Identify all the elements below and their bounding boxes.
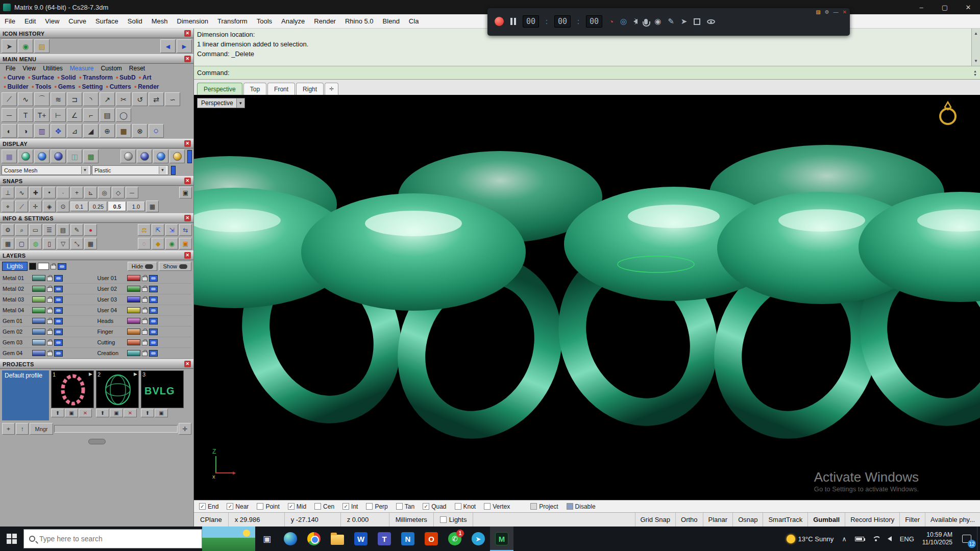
visibility-toggle[interactable] bbox=[149, 307, 158, 314]
visibility-toggle[interactable] bbox=[54, 350, 63, 357]
network-status[interactable] bbox=[868, 527, 884, 551]
osnap-point[interactable]: Point bbox=[257, 503, 279, 510]
taskbar-explorer[interactable] bbox=[326, 527, 349, 551]
visibility-toggle[interactable] bbox=[149, 350, 158, 357]
int-snap-icon[interactable]: + bbox=[70, 187, 83, 198]
task-view-button[interactable]: ▣ bbox=[255, 527, 279, 551]
lights-pane[interactable]: Lights bbox=[434, 513, 474, 527]
mm-surface[interactable]: ●Surface bbox=[26, 74, 55, 81]
record-button[interactable] bbox=[495, 17, 504, 26]
taskbar-telegram[interactable]: ➤ bbox=[467, 527, 490, 551]
ring-icon[interactable]: ◌ bbox=[138, 238, 151, 249]
menu-file[interactable]: File bbox=[0, 14, 20, 28]
lock-icon[interactable] bbox=[47, 309, 53, 313]
language-indicator[interactable]: ENG bbox=[896, 527, 918, 551]
osnap-mid[interactable]: Mid bbox=[288, 503, 306, 510]
show-desktop-button[interactable] bbox=[977, 527, 980, 551]
layer-color-swatch[interactable] bbox=[32, 275, 45, 281]
osnap-quad[interactable]: Quad bbox=[423, 503, 446, 510]
menu-blend[interactable]: Blend bbox=[378, 14, 404, 28]
fullscreen-icon[interactable] bbox=[694, 18, 700, 25]
extrude-tool-icon[interactable]: ⊿ bbox=[67, 124, 82, 138]
sync-icon[interactable]: ⇆ bbox=[179, 224, 192, 236]
mm-art[interactable]: ●Art bbox=[137, 74, 153, 81]
checkbox[interactable] bbox=[366, 503, 373, 510]
layer-row-cutting[interactable]: Cutting bbox=[97, 337, 192, 348]
units-button[interactable]: Millimeters bbox=[389, 513, 434, 527]
close-icon[interactable]: ✕ bbox=[184, 252, 191, 259]
smarttrack-icon[interactable]: ⟋ bbox=[15, 201, 28, 212]
material-gold-icon[interactable] bbox=[169, 149, 185, 163]
menu-mesh[interactable]: Mesh bbox=[147, 14, 173, 28]
lock-icon[interactable] bbox=[142, 309, 148, 313]
tan-snap-icon[interactable]: ◎ bbox=[98, 187, 111, 198]
layer-color-swatch[interactable] bbox=[127, 275, 140, 281]
planar-icon[interactable]: ◈ bbox=[43, 201, 56, 212]
mm-file[interactable]: File bbox=[2, 65, 19, 72]
save-project-icon[interactable]: ▣ bbox=[65, 409, 78, 417]
show-button[interactable]: Show bbox=[159, 262, 191, 271]
angle-tool-icon[interactable]: ∠ bbox=[67, 108, 82, 122]
boolean-tool-icon[interactable]: ⊗ bbox=[132, 124, 148, 138]
taskbar-word[interactable]: W bbox=[349, 527, 373, 551]
checkbox[interactable] bbox=[423, 503, 429, 510]
checkbox[interactable] bbox=[530, 503, 537, 510]
projects-scrollbar[interactable] bbox=[54, 425, 178, 433]
visibility-toggle[interactable] bbox=[149, 339, 158, 346]
link-tool-icon[interactable]: ⊕ bbox=[100, 124, 115, 138]
tab-front[interactable]: Front bbox=[267, 83, 295, 95]
draw-pen-icon[interactable]: ✎ bbox=[668, 17, 674, 26]
menu-edit[interactable]: Edit bbox=[20, 14, 40, 28]
hide-button[interactable]: Hide bbox=[128, 262, 158, 271]
visibility-toggle[interactable] bbox=[149, 275, 158, 282]
taskbar-matrix[interactable]: M bbox=[490, 527, 513, 551]
prompt-spinner[interactable]: ▲▼ bbox=[973, 69, 977, 77]
recorder-minimize-icon[interactable]: — bbox=[834, 9, 839, 15]
mm-solid[interactable]: ●Solid bbox=[56, 74, 78, 81]
ortho-icon[interactable]: ⊙ bbox=[57, 201, 69, 212]
mm-builder[interactable]: ●Builder bbox=[2, 83, 30, 90]
projects-header[interactable]: PROJECTS ✕ bbox=[0, 359, 193, 369]
close-icon[interactable]: ✕ bbox=[184, 361, 191, 367]
recorder-close-icon[interactable]: ✕ bbox=[843, 9, 847, 15]
checkbox[interactable] bbox=[455, 503, 461, 510]
ghosted-mode-icon[interactable]: ◫ bbox=[67, 149, 82, 163]
maximize-button[interactable]: ▢ bbox=[933, 0, 957, 14]
hatch-tool-icon[interactable]: ▤ bbox=[100, 108, 115, 122]
gumball-pane[interactable]: Gumball bbox=[807, 513, 845, 527]
visibility-toggle[interactable] bbox=[54, 339, 63, 346]
snap-value-0.25[interactable]: 0.25 bbox=[89, 202, 107, 211]
battery-status[interactable] bbox=[851, 527, 868, 551]
schedule-icon[interactable]: ◔ bbox=[609, 17, 614, 26]
tab-perspective[interactable]: Perspective bbox=[197, 83, 242, 95]
visibility-toggle[interactable] bbox=[149, 329, 158, 335]
tab-right[interactable]: Right bbox=[296, 83, 324, 95]
end-snap-icon[interactable]: ✚ bbox=[29, 187, 42, 198]
checkbox[interactable] bbox=[227, 503, 233, 510]
layer-row-user04[interactable]: User 04 bbox=[97, 305, 192, 316]
default-profile-item[interactable]: Default profile bbox=[2, 370, 49, 420]
mm-utilities[interactable]: Utilities bbox=[39, 65, 66, 72]
layer-row-gem03[interactable]: Gem 03 bbox=[2, 337, 97, 348]
history-back-icon[interactable]: ◄ bbox=[160, 39, 176, 53]
icon-history-header[interactable]: ICON HISTORY ✕ bbox=[0, 29, 193, 38]
menu-view[interactable]: View bbox=[40, 14, 64, 28]
lock-icon[interactable] bbox=[47, 287, 53, 292]
osnap-toggle-icon[interactable]: ⌖ bbox=[2, 201, 14, 212]
taskbar-teams[interactable]: T bbox=[373, 527, 396, 551]
play-icon[interactable]: ▶ bbox=[89, 371, 92, 377]
project-thumb-2[interactable]: 2 ▶ ⬆ ▣ ✕ bbox=[96, 370, 139, 417]
visibility-toggle[interactable] bbox=[149, 286, 158, 292]
lock-icon[interactable] bbox=[142, 277, 148, 281]
mm-reset[interactable]: Reset bbox=[126, 65, 149, 72]
start-button[interactable] bbox=[0, 527, 23, 551]
checkbox[interactable] bbox=[314, 503, 321, 510]
menu-clayoo[interactable]: Cla bbox=[404, 14, 424, 28]
info-settings-header[interactable]: INFO & SETTINGS ✕ bbox=[0, 213, 193, 223]
search-input[interactable] bbox=[39, 535, 172, 543]
mm-curve[interactable]: ●Curve bbox=[2, 74, 26, 81]
lock-icon[interactable] bbox=[47, 277, 53, 281]
save-project-icon[interactable]: ▣ bbox=[110, 409, 123, 417]
sweep-tool-icon[interactable]: ◐ bbox=[2, 124, 17, 138]
close-icon[interactable]: ✕ bbox=[184, 56, 191, 62]
